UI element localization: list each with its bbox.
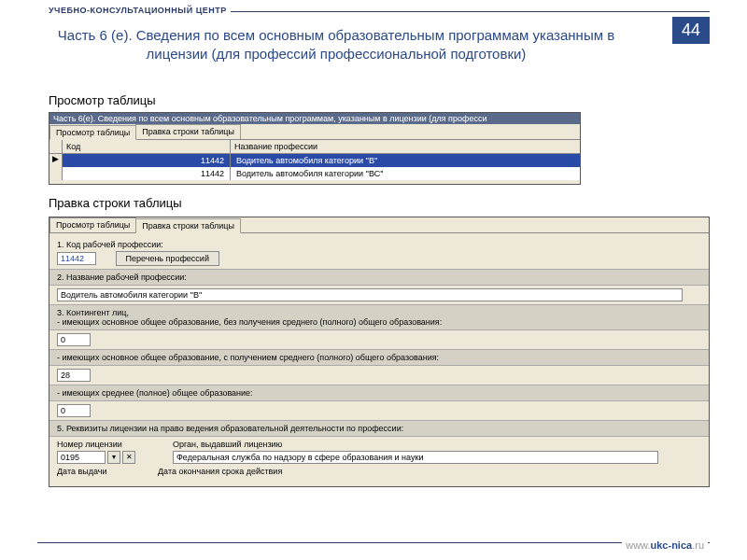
cell-code: 11442 [63,167,231,180]
profession-code-input[interactable]: 11442 [57,252,96,265]
license-number-input[interactable]: 0195 [57,451,106,464]
contingent-b-label: - имеющих основное общее образование, с … [57,353,701,362]
contingent-a-input[interactable]: 0 [57,333,91,346]
code-label: 1. Код рабочей профессии: [57,240,701,249]
cell-name: Водитель автомобиля категории ''В'' [231,154,580,167]
contingent-a-label: - имеющих основное общее образование, бе… [57,317,701,327]
edit-tabs: Просмотр таблицы Правка строки таблицы [49,217,709,233]
license-org-input[interactable]: Федеральная служба по надзору в сфере об… [173,451,658,464]
contingent-c-label: - имеющих среднее (полное) общее образов… [57,388,701,398]
license-date-label: Дата выдачи [57,467,120,476]
grid-header: Код Название профессии [49,140,580,154]
org-header: УЧЕБНО-КОНСУЛЬТАЦИОННЫЙ ЦЕНТР [49,6,231,15]
contingent-c-input[interactable]: 0 [57,404,91,417]
tab-edit[interactable]: Правка строки таблицы [135,124,241,139]
page-number: 44 [672,17,710,44]
footer-url: www.ukc-nica.ru [622,539,708,551]
dropdown-icon[interactable]: ▾ [107,451,120,464]
col-code[interactable]: Код [63,140,231,153]
view-tabs: Просмотр таблицы Правка строки таблицы [49,124,580,140]
panel-title-bar: Часть 6(е). Сведения по всем основным об… [49,113,580,124]
view-section-label: Просмотр таблицы [49,93,156,107]
cell-code: 11442 [63,154,231,167]
table-row[interactable]: 11442 Водитель автомобиля категории ''ВС… [49,167,580,180]
edit-panel: Просмотр таблицы Правка строки таблицы 1… [49,217,710,487]
contingent-b-input[interactable]: 28 [57,369,91,382]
row-indicator-icon: ▶ [49,154,63,167]
contingent-label: 3. Контингент лиц, [57,308,701,317]
profession-list-button[interactable]: Перечень профессий [116,251,219,266]
view-panel: Часть 6(е). Сведения по всем основным об… [49,112,581,185]
tab-view[interactable]: Просмотр таблицы [49,217,136,232]
tab-edit[interactable]: Правка строки таблицы [135,218,241,233]
tab-view[interactable]: Просмотр таблицы [49,125,136,140]
table-row[interactable]: ▶ 11442 Водитель автомобиля категории ''… [49,154,580,167]
cell-name: Водитель автомобиля категории ''ВС'' [231,167,580,180]
row-indicator-icon [49,167,63,180]
license-org-label: Орган, выдавший лицензию [173,440,701,449]
col-name[interactable]: Название профессии [231,140,580,153]
license-expiry-label: Дата окончания срока действия [158,467,282,476]
name-label: 2. Название рабочей профессии: [57,273,701,282]
clear-icon[interactable]: ✕ [122,451,135,464]
license-number-label: Номер лицензии [57,440,135,449]
edit-section-label: Правка строки таблицы [49,196,182,210]
profession-name-input[interactable]: Водитель автомобиля категории ''В'' [57,288,683,301]
license-label: 5. Реквизиты лицензии на право ведения о… [57,424,701,433]
page-title: Часть 6 (е). Сведения по всем основным о… [37,26,635,64]
